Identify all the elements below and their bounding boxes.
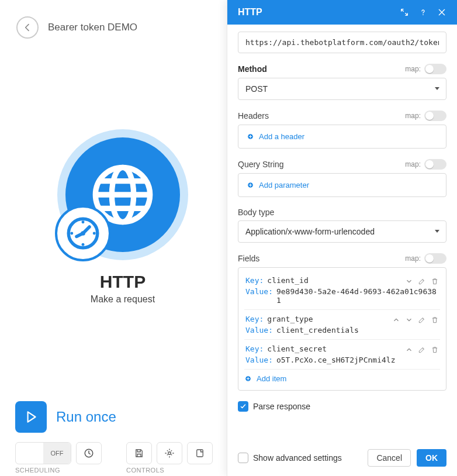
body-type-label: Body type — [238, 208, 274, 217]
move-up-button[interactable] — [392, 316, 400, 326]
field-item[interactable]: Key: client_secretValue: o5T.PcXo.ce_sH6… — [244, 340, 440, 370]
url-input[interactable] — [238, 32, 446, 53]
edit-button[interactable] — [418, 277, 426, 287]
clock-icon — [84, 448, 94, 458]
chevron-down-icon — [405, 277, 413, 285]
trash-icon — [431, 316, 439, 324]
chevron-down-icon — [405, 316, 413, 324]
delete-button[interactable] — [431, 277, 439, 287]
headers-label: Headers — [238, 111, 269, 120]
panel-title: HTTP — [238, 7, 262, 18]
notes-button[interactable] — [187, 442, 213, 464]
field-value-label: Value: — [245, 287, 273, 296]
map-label: map: — [405, 112, 421, 120]
method-select[interactable]: POST — [238, 78, 446, 100]
plus-circle-icon — [247, 181, 254, 189]
chevron-up-icon — [405, 346, 413, 354]
chevron-up-icon — [392, 316, 400, 324]
delete-button[interactable] — [431, 316, 439, 326]
schedule-badge[interactable] — [55, 205, 111, 261]
field-key-label: Key: — [245, 315, 264, 323]
query-string-label: Query String — [238, 160, 284, 169]
node-title: HTTP — [35, 272, 210, 292]
headers-map-toggle[interactable] — [424, 111, 446, 121]
edit-icon — [418, 277, 426, 285]
field-key-label: Key: — [245, 344, 264, 353]
trash-icon — [431, 346, 439, 354]
http-config-panel: HTTP Method map: POST — [227, 0, 457, 476]
plus-circle-icon — [244, 375, 252, 382]
field-value-value: o5T.PcXo.ce_sH6T2jPCnmi4lz — [276, 356, 396, 364]
close-icon — [437, 8, 446, 17]
save-button[interactable] — [126, 442, 152, 464]
field-value-value: client_credentials — [276, 326, 359, 334]
expand-button[interactable] — [400, 8, 409, 17]
parse-response-checkbox[interactable] — [238, 401, 248, 412]
edit-icon — [418, 316, 426, 324]
add-header-button[interactable]: Add a header — [247, 132, 438, 141]
clock-icon — [64, 214, 102, 253]
move-down-button[interactable] — [405, 277, 413, 287]
delete-button[interactable] — [431, 346, 439, 356]
arrow-left-icon — [23, 23, 32, 32]
body-type-select[interactable]: Application/x-www-form-urlencoded — [238, 220, 446, 243]
add-header-label: Add a header — [259, 132, 304, 141]
add-item-label: Add item — [257, 374, 286, 383]
edit-button[interactable] — [418, 316, 426, 326]
edit-button[interactable] — [418, 346, 426, 356]
field-key-value: client_secret — [267, 344, 327, 353]
edit-icon — [418, 346, 426, 354]
settings-button[interactable] — [157, 442, 182, 464]
ok-button[interactable]: OK — [417, 449, 446, 467]
node-subtitle: Make a request — [35, 294, 210, 305]
http-node[interactable] — [65, 137, 180, 252]
play-icon — [23, 409, 39, 425]
method-map-toggle[interactable] — [424, 64, 446, 74]
question-icon — [418, 8, 428, 17]
field-key-value: grant_type — [267, 315, 313, 323]
field-value-label: Value: — [245, 326, 273, 334]
fields-label: Fields — [238, 254, 259, 263]
add-parameter-button[interactable]: Add parameter — [247, 181, 438, 189]
gear-icon — [164, 448, 175, 458]
field-item[interactable]: Key: client_idValue: 9e89d430-5a2e-464d-… — [244, 271, 440, 310]
scheduling-clock-button[interactable] — [76, 442, 102, 464]
run-once-label: Run once — [56, 409, 116, 425]
query-map-toggle[interactable] — [424, 159, 446, 170]
scheduling-section-label: SCHEDULING — [15, 467, 102, 474]
move-down-button[interactable] — [405, 316, 413, 326]
field-item[interactable]: Key: grant_typeValue: client_credentials — [244, 310, 440, 340]
parse-response-label: Parse response — [253, 402, 310, 411]
add-parameter-label: Add parameter — [259, 181, 309, 189]
advanced-settings-label: Show advanced settings — [253, 453, 342, 463]
expand-icon — [400, 8, 409, 17]
check-icon — [240, 403, 247, 410]
method-label: Method — [238, 64, 267, 74]
map-label: map: — [405, 65, 421, 73]
trash-icon — [431, 277, 439, 285]
run-once-button[interactable] — [15, 401, 47, 433]
cancel-button[interactable]: Cancel — [368, 449, 411, 467]
plus-circle-icon — [247, 133, 254, 140]
field-key-value: client_id — [267, 276, 308, 285]
map-label: map: — [405, 160, 421, 168]
fields-map-toggle[interactable] — [424, 253, 446, 264]
field-value-label: Value: — [245, 356, 273, 364]
field-key-label: Key: — [245, 276, 264, 285]
move-up-button[interactable] — [405, 346, 413, 356]
scheduling-off-label: OFF — [43, 443, 71, 464]
page-title: Bearer token DEMO — [48, 22, 137, 33]
back-button[interactable] — [16, 16, 39, 39]
help-button[interactable] — [418, 8, 428, 17]
field-value-value: 9e89d430-5a2e-464d-9693-462a01c96381 — [276, 287, 439, 305]
map-label: map: — [405, 254, 421, 263]
save-icon — [134, 448, 144, 458]
scheduling-toggle[interactable]: OFF — [15, 442, 71, 464]
add-field-item-button[interactable]: Add item — [244, 374, 440, 383]
note-icon — [195, 448, 205, 458]
close-button[interactable] — [437, 8, 446, 17]
controls-section-label: CONTROLS — [126, 467, 213, 474]
advanced-settings-checkbox[interactable] — [238, 453, 248, 463]
